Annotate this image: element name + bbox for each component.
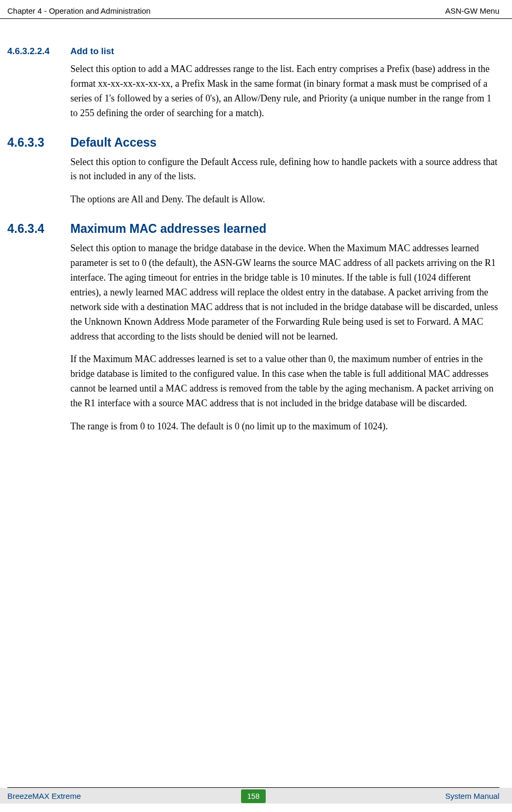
heading-default-access: 4.6.3.3 Default Access — [7, 136, 499, 150]
header-chapter: Chapter 4 - Operation and Administration — [7, 6, 151, 15]
heading-title: Maximum MAC addresses learned — [70, 222, 266, 236]
paragraph: The range is from 0 to 1024. The default… — [70, 419, 499, 434]
header-menu: ASN-GW Menu — [445, 6, 499, 15]
heading-number: 4.6.3.2.2.4 — [7, 46, 70, 57]
footer-manual: System Manual — [266, 792, 499, 800]
footer-product: BreezeMAX Extreme — [7, 792, 241, 800]
heading-number: 4.6.3.3 — [7, 136, 70, 150]
heading-title: Default Access — [70, 136, 156, 150]
heading-max-mac-learned: 4.6.3.4 Maximum MAC addresses learned — [7, 222, 499, 236]
footer-page-wrap: 158 — [241, 792, 266, 800]
page-footer: BreezeMAX Extreme 158 System Manual — [0, 788, 512, 804]
heading-add-to-list: 4.6.3.2.2.4 Add to list — [7, 46, 499, 57]
page-header: Chapter 4 - Operation and Administration… — [0, 0, 512, 19]
paragraph: Select this option to add a MAC addresse… — [70, 62, 499, 121]
section-add-to-list: 4.6.3.2.2.4 Add to list Select this opti… — [7, 46, 499, 121]
paragraph: Select this option to manage the bridge … — [70, 241, 499, 344]
paragraph: If the Maximum MAC addresses learned is … — [70, 352, 499, 411]
section-default-access: 4.6.3.3 Default Access Select this optio… — [7, 136, 499, 208]
heading-title: Add to list — [70, 46, 114, 57]
page-number: 158 — [241, 789, 266, 803]
paragraph: The options are All and Deny. The defaul… — [70, 192, 499, 207]
heading-number: 4.6.3.4 — [7, 222, 70, 236]
page-content: 4.6.3.2.2.4 Add to list Select this opti… — [0, 19, 512, 434]
section-max-mac-learned: 4.6.3.4 Maximum MAC addresses learned Se… — [7, 222, 499, 434]
paragraph: Select this option to configure the Defa… — [70, 155, 499, 184]
